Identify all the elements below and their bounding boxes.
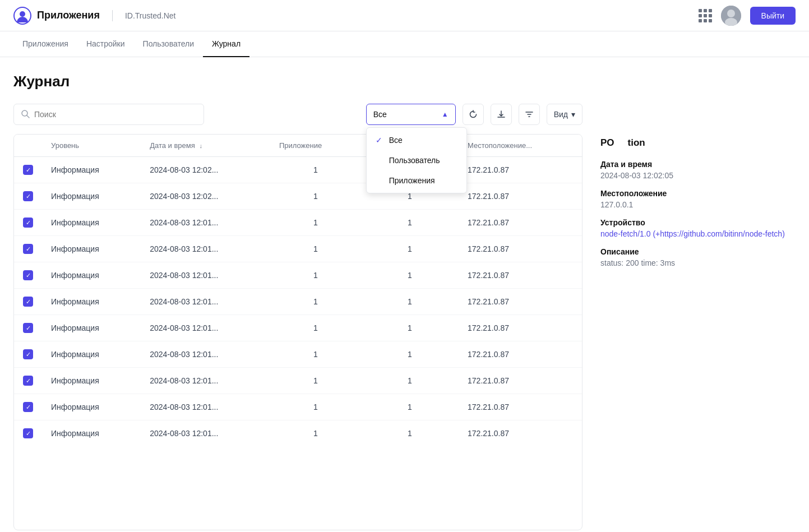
table-row[interactable]: Информация 2024-08-03 12:01... 1 1 172.2… — [14, 341, 582, 368]
row-checkbox[interactable] — [23, 402, 33, 412]
row-location: 172.21.0.87 — [459, 420, 582, 447]
filter-option-user-label: Пользователь — [389, 156, 440, 165]
row-datetime: 2024-08-03 12:01... — [141, 341, 270, 368]
app-name: Приложения — [37, 10, 100, 21]
view-label: Вид — [554, 110, 568, 119]
col-location[interactable]: Местоположение... — [459, 135, 582, 157]
row-checkbox[interactable] — [23, 244, 33, 254]
row-checkbox[interactable] — [23, 218, 33, 228]
nav-item-settings[interactable]: Настройки — [77, 31, 134, 57]
table-row[interactable]: Информация 2024-08-03 12:01... 1 1 172.2… — [14, 368, 582, 394]
panel-field-description-value: status: 200 time: 3ms — [600, 258, 796, 267]
row-checkbox[interactable] — [23, 270, 33, 280]
log-table: Уровень Дата и время ↓ Приложение Пользо… — [14, 135, 582, 446]
filter-dropdown-button[interactable]: Все ▲ — [366, 104, 456, 125]
table-section: Все ▲ ✓ Все ✓ Пользователь — [13, 104, 583, 530]
logout-button[interactable]: Выйти — [750, 7, 796, 25]
col-app[interactable]: Приложение — [270, 135, 361, 157]
right-panel: POtion Дата и время 2024-08-03 12:02:05 … — [583, 104, 796, 530]
row-datetime: 2024-08-03 12:02... — [141, 183, 270, 210]
page-title: Журнал — [13, 73, 796, 90]
main-content: Журнал Все — [0, 57, 809, 530]
svg-point-1 — [20, 11, 25, 17]
row-checkbox[interactable] — [23, 376, 33, 386]
row-checkbox-cell[interactable] — [14, 210, 42, 236]
row-checkbox-cell[interactable] — [14, 315, 42, 341]
row-datetime: 2024-08-03 12:01... — [141, 262, 270, 289]
table-row[interactable]: Информация 2024-08-03 12:01... 1 1 172.2… — [14, 394, 582, 420]
filter-option-user[interactable]: ✓ Пользователь — [367, 150, 466, 170]
toolbar: Все ▲ ✓ Все ✓ Пользователь — [13, 104, 583, 125]
row-checkbox[interactable] — [23, 297, 33, 307]
apps-grid-icon[interactable] — [699, 9, 712, 22]
nav-item-users[interactable]: Пользователи — [134, 31, 203, 57]
table-row[interactable]: Информация 2024-08-03 12:01... 1 1 172.2… — [14, 210, 582, 236]
table-row[interactable]: Информация 2024-08-03 12:01... 1 1 172.2… — [14, 420, 582, 447]
row-app: 1 — [270, 236, 361, 262]
filter-button[interactable] — [519, 104, 540, 125]
filter-option-all[interactable]: ✓ Все — [367, 130, 466, 150]
table-row[interactable]: Информация 2024-08-03 12:01... 1 1 172.2… — [14, 315, 582, 341]
row-checkbox-cell[interactable] — [14, 420, 42, 447]
check-icon: ✓ — [376, 136, 385, 145]
svg-point-3 — [727, 10, 735, 17]
row-checkbox-cell[interactable] — [14, 157, 42, 183]
row-checkbox-cell[interactable] — [14, 394, 42, 420]
download-button[interactable] — [491, 104, 512, 125]
row-datetime: 2024-08-03 12:01... — [141, 394, 270, 420]
table-body: Информация 2024-08-03 12:02... 1 1 172.2… — [14, 157, 582, 447]
row-checkbox-cell[interactable] — [14, 236, 42, 262]
nav-item-journal[interactable]: Журнал — [203, 31, 249, 57]
row-checkbox-cell[interactable] — [14, 368, 42, 394]
row-location: 172.21.0.87 — [459, 289, 582, 315]
panel-field-location-value: 127.0.0.1 — [600, 200, 796, 209]
row-user: 1 — [361, 262, 459, 289]
table-row[interactable]: Информация 2024-08-03 12:02... 1 1 172.2… — [14, 157, 582, 183]
chevron-up-icon: ▲ — [442, 110, 449, 118]
row-level: Информация — [42, 341, 141, 368]
header: Приложения ID.Trusted.Net Выйти — [0, 0, 809, 31]
table-row[interactable]: Информация 2024-08-03 12:02... 1 1 172.2… — [14, 183, 582, 210]
search-box[interactable] — [13, 104, 204, 125]
col-level[interactable]: Уровень — [42, 135, 141, 157]
row-checkbox[interactable] — [23, 428, 33, 438]
row-checkbox-cell[interactable] — [14, 289, 42, 315]
row-level: Информация — [42, 394, 141, 420]
row-checkbox-cell[interactable] — [14, 341, 42, 368]
row-user: 1 — [361, 341, 459, 368]
row-app: 1 — [270, 183, 361, 210]
row-checkbox-cell[interactable] — [14, 262, 42, 289]
panel-field-datetime-label: Дата и время — [600, 160, 796, 169]
row-checkbox[interactable] — [23, 191, 33, 201]
logo-icon — [13, 7, 31, 25]
col-checkbox — [14, 135, 42, 157]
row-checkbox-cell[interactable] — [14, 183, 42, 210]
row-location: 172.21.0.87 — [459, 315, 582, 341]
filter-option-apps[interactable]: ✓ Приложения — [367, 170, 466, 191]
table-row[interactable]: Информация 2024-08-03 12:01... 1 1 172.2… — [14, 289, 582, 315]
row-location: 172.21.0.87 — [459, 341, 582, 368]
row-checkbox[interactable] — [23, 323, 33, 333]
row-location: 172.21.0.87 — [459, 262, 582, 289]
row-datetime: 2024-08-03 12:01... — [141, 368, 270, 394]
row-app: 1 — [270, 420, 361, 447]
avatar[interactable] — [721, 6, 741, 26]
view-button[interactable]: Вид ▾ — [547, 104, 583, 125]
table-row[interactable]: Информация 2024-08-03 12:01... 1 1 172.2… — [14, 236, 582, 262]
log-table-container: Уровень Дата и время ↓ Приложение Пользо… — [13, 134, 583, 530]
row-user: 1 — [361, 289, 459, 315]
panel-field-device: Устройство node-fetch/1.0 (+https://gith… — [600, 218, 796, 238]
chevron-down-icon: ▾ — [571, 110, 575, 119]
row-checkbox[interactable] — [23, 165, 33, 175]
row-location: 172.21.0.87 — [459, 183, 582, 210]
nav-item-apps[interactable]: Приложения — [13, 31, 77, 57]
row-location: 172.21.0.87 — [459, 157, 582, 183]
panel-field-device-label: Устройство — [600, 218, 796, 227]
refresh-button[interactable] — [463, 104, 484, 125]
table-row[interactable]: Информация 2024-08-03 12:01... 1 1 172.2… — [14, 262, 582, 289]
row-level: Информация — [42, 262, 141, 289]
col-datetime[interactable]: Дата и время ↓ — [141, 135, 270, 157]
row-checkbox[interactable] — [23, 349, 33, 359]
search-input[interactable] — [34, 110, 197, 119]
panel-field-device-value[interactable]: node-fetch/1.0 (+https://github.com/biti… — [600, 229, 796, 238]
